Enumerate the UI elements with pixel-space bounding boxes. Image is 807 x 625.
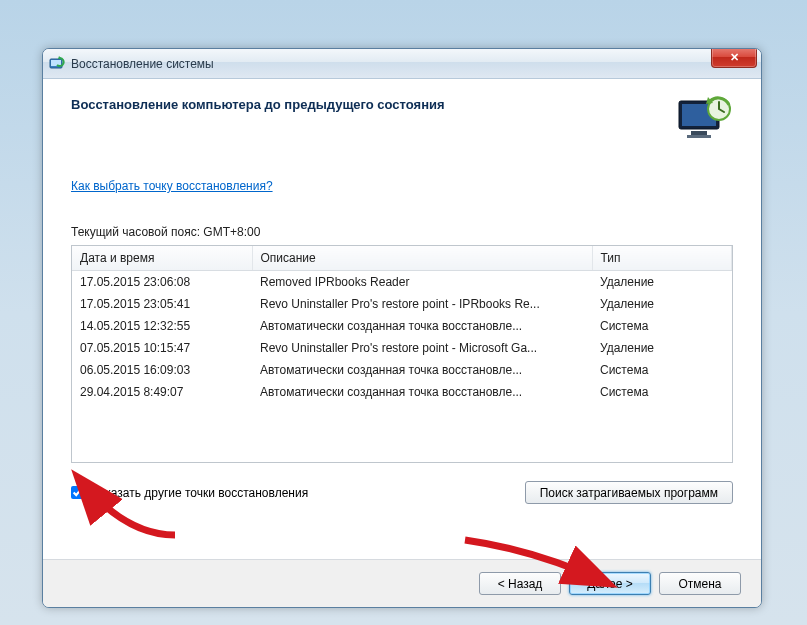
table-row[interactable]: 06.05.2015 16:09:03Автоматически созданн… — [72, 359, 732, 381]
table-row[interactable]: 17.05.2015 23:05:41Revo Uninstaller Pro'… — [72, 293, 732, 315]
table-header-row[interactable]: Дата и время Описание Тип — [72, 246, 732, 271]
svg-rect-5 — [691, 131, 707, 135]
content-area: Восстановление компьютера до предыдущего… — [43, 79, 761, 504]
cell-type: Система — [592, 315, 732, 337]
restore-points-table[interactable]: Дата и время Описание Тип 17.05.2015 23:… — [71, 245, 733, 463]
table-row[interactable]: 07.05.2015 10:15:47Revo Uninstaller Pro'… — [72, 337, 732, 359]
titlebar[interactable]: Восстановление системы ✕ — [43, 49, 761, 79]
restore-monitor-icon — [677, 95, 733, 143]
cell-desc: Revo Uninstaller Pro's restore point - M… — [252, 337, 592, 359]
back-button[interactable]: < Назад — [479, 572, 561, 595]
cell-type: Удаление — [592, 271, 732, 293]
timezone-label: Текущий часовой пояс: GMT+8:00 — [71, 225, 733, 239]
cell-date: 07.05.2015 10:15:47 — [72, 337, 252, 359]
system-restore-icon — [49, 56, 65, 72]
close-button[interactable]: ✕ — [711, 48, 757, 68]
table-row[interactable]: 17.05.2015 23:06:08Removed IPRbooks Read… — [72, 271, 732, 293]
cell-desc: Removed IPRbooks Reader — [252, 271, 592, 293]
cell-type: Система — [592, 359, 732, 381]
system-restore-window: Восстановление системы ✕ Восстановление … — [42, 48, 762, 608]
window-title: Восстановление системы — [71, 57, 214, 71]
col-header-type[interactable]: Тип — [592, 246, 732, 271]
col-header-date[interactable]: Дата и время — [72, 246, 252, 271]
col-header-desc[interactable]: Описание — [252, 246, 592, 271]
help-link[interactable]: Как выбрать точку восстановления? — [71, 179, 273, 193]
wizard-footer: < Назад Далее > Отмена — [43, 559, 761, 607]
cancel-button[interactable]: Отмена — [659, 572, 741, 595]
search-affected-button[interactable]: Поиск затрагиваемых программ — [525, 481, 733, 504]
cell-type: Система — [592, 381, 732, 403]
cell-date: 17.05.2015 23:05:41 — [72, 293, 252, 315]
show-more-label[interactable]: Показать другие точки восстановления — [90, 486, 308, 500]
cell-desc: Автоматически созданная точка восстановл… — [252, 359, 592, 381]
cell-desc: Автоматически созданная точка восстановл… — [252, 381, 592, 403]
show-more-checkbox[interactable] — [71, 486, 84, 499]
cell-desc: Автоматически созданная точка восстановл… — [252, 315, 592, 337]
cell-type: Удаление — [592, 337, 732, 359]
cell-type: Удаление — [592, 293, 732, 315]
table-row[interactable]: 29.04.2015 8:49:07Автоматически созданна… — [72, 381, 732, 403]
table-row[interactable]: 14.05.2015 12:32:55Автоматически созданн… — [72, 315, 732, 337]
cell-date: 06.05.2015 16:09:03 — [72, 359, 252, 381]
next-button[interactable]: Далее > — [569, 572, 651, 595]
cell-desc: Revo Uninstaller Pro's restore point - I… — [252, 293, 592, 315]
page-heading: Восстановление компьютера до предыдущего… — [71, 95, 657, 112]
cell-date: 29.04.2015 8:49:07 — [72, 381, 252, 403]
close-icon: ✕ — [730, 51, 739, 64]
svg-rect-6 — [687, 135, 711, 138]
cell-date: 14.05.2015 12:32:55 — [72, 315, 252, 337]
cell-date: 17.05.2015 23:06:08 — [72, 271, 252, 293]
